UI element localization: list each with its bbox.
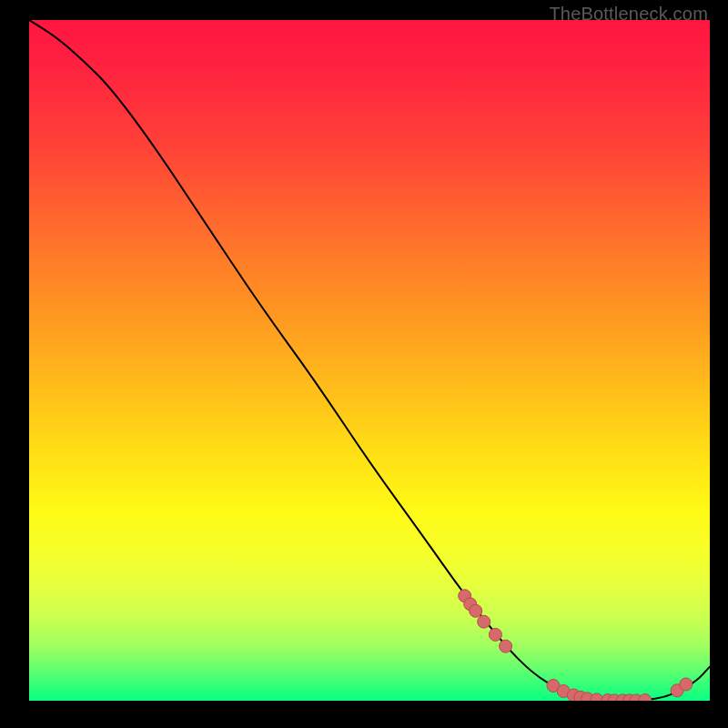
data-marker <box>639 694 652 701</box>
bottleneck-curve <box>29 20 710 701</box>
plot-area <box>29 20 710 701</box>
curve-overlay <box>29 20 710 701</box>
data-marker <box>680 678 693 691</box>
data-marker <box>500 640 512 652</box>
data-markers <box>459 590 693 701</box>
data-marker <box>489 628 501 641</box>
data-marker <box>478 615 490 628</box>
data-marker <box>470 604 482 617</box>
chart-stage: TheBottleneck.com <box>0 0 728 728</box>
